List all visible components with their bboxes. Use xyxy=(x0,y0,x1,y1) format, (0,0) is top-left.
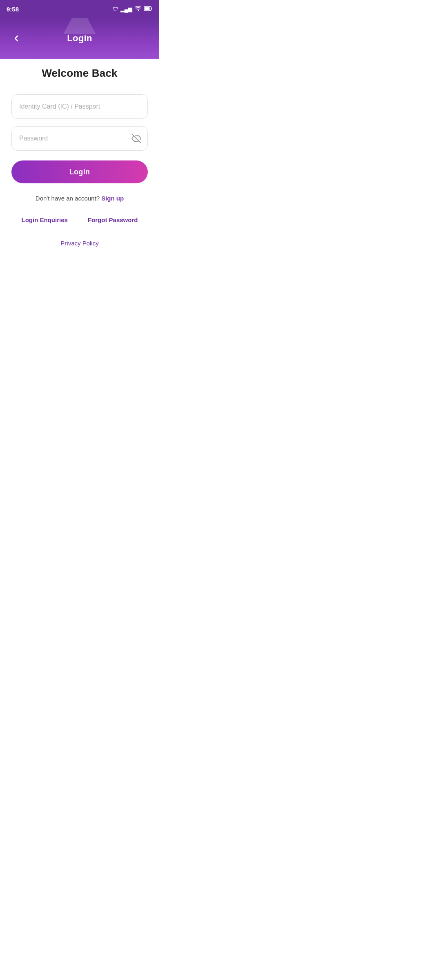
signal-icon: ▂▄▆ xyxy=(120,6,132,12)
status-bar: 9:58 🛡 ▂▄▆ xyxy=(0,0,159,18)
welcome-title: Welcome Back xyxy=(11,67,148,80)
toggle-password-icon[interactable] xyxy=(131,134,141,143)
wifi-icon xyxy=(135,6,141,12)
forgot-password-link[interactable]: Forgot Password xyxy=(88,216,138,223)
svg-rect-1 xyxy=(145,7,150,10)
no-account-label: Don't have an account? xyxy=(36,195,100,202)
password-input[interactable] xyxy=(11,126,148,151)
privacy-policy-link[interactable]: Privacy Policy xyxy=(60,240,98,247)
main-content: Welcome Back Login Don't have an account… xyxy=(0,51,159,336)
header: Login xyxy=(0,18,159,59)
login-button[interactable]: Login xyxy=(11,160,148,183)
identity-input[interactable] xyxy=(11,94,148,119)
password-wrapper xyxy=(11,126,148,151)
battery-icon xyxy=(144,6,153,12)
login-enquiries-link[interactable]: Login Enquiries xyxy=(22,216,68,223)
shield-icon: 🛡 xyxy=(113,6,118,12)
status-time: 9:58 xyxy=(7,6,19,13)
back-button[interactable] xyxy=(8,30,24,47)
links-row: Login Enquiries Forgot Password xyxy=(11,216,148,223)
privacy-policy-wrapper: Privacy Policy xyxy=(11,240,148,247)
signup-link[interactable]: Sign up xyxy=(101,195,124,202)
signup-text: Don't have an account? Sign up xyxy=(11,195,148,202)
status-icons: 🛡 ▂▄▆ xyxy=(113,6,153,12)
